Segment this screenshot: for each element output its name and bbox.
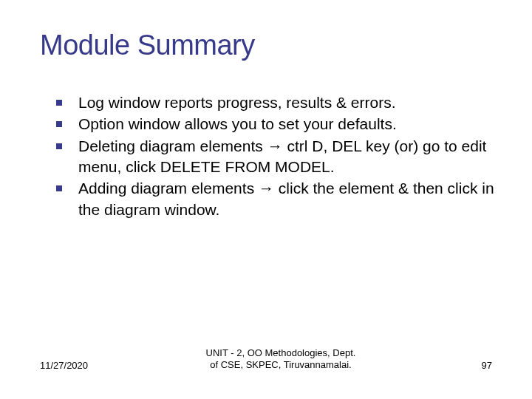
footer-unit: UNIT - 2, OO Methodologies, Dept. of CSE… <box>106 347 455 372</box>
list-item: Option window allows you to set your def… <box>78 114 495 134</box>
slide: Module Summary Log window reports progre… <box>0 0 532 399</box>
footer-unit-line1: UNIT - 2, OO Methodologies, Dept. <box>206 347 356 358</box>
footer-date: 11/27/2020 <box>40 360 106 371</box>
page-title: Module Summary <box>40 30 495 61</box>
footer-page: 97 <box>455 360 492 371</box>
list-item: Log window reports progress, results & e… <box>78 92 495 113</box>
list-item: Adding diagram elements → click the elem… <box>78 178 495 220</box>
list-item: Deleting diagram elements → ctrl D, DEL … <box>78 136 495 178</box>
footer: 11/27/2020 UNIT - 2, OO Methodologies, D… <box>0 347 532 372</box>
bullet-list: Log window reports progress, results & e… <box>40 92 495 220</box>
footer-unit-line2: of CSE, SKPEC, Tiruvannamalai. <box>210 359 351 370</box>
